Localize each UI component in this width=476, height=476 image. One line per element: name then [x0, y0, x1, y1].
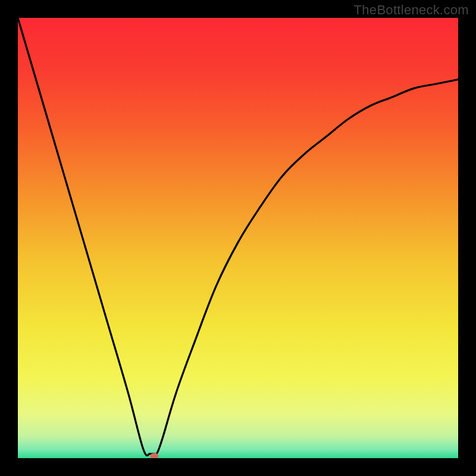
curve-line — [18, 18, 458, 456]
chart-frame: TheBottleneck.com — [0, 0, 476, 476]
watermark-text: TheBottleneck.com — [354, 2, 469, 18]
plot-inner — [18, 18, 458, 458]
plot-area — [18, 18, 458, 458]
curve-layer — [18, 18, 458, 458]
